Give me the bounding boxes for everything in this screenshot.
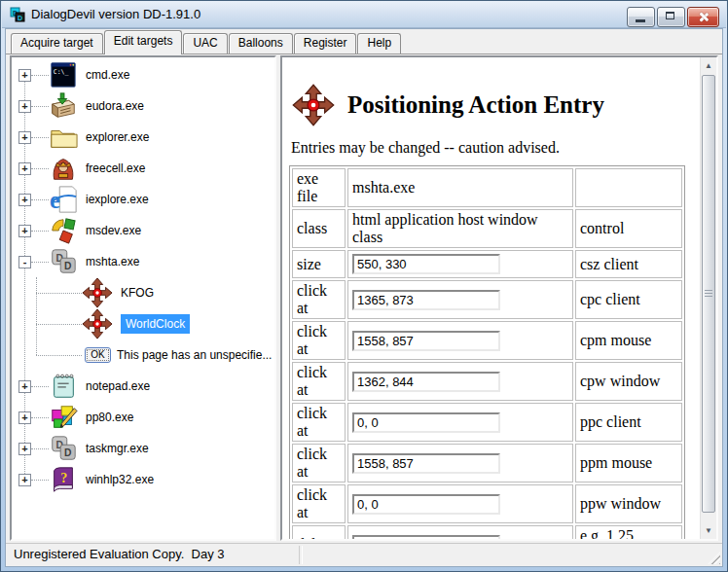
collapse-toggle-icon[interactable]: - <box>18 256 31 268</box>
tree-item-label: pp80.exe <box>86 411 133 424</box>
field-label-cell: click at <box>292 362 346 401</box>
tree-item[interactable]: +eiexplore.exe <box>14 184 274 215</box>
dd-icon: DD <box>49 434 78 463</box>
tree-item[interactable]: +pp80.exe <box>14 402 274 433</box>
table-row: exe filemshta.exe <box>292 168 682 207</box>
tree-item[interactable]: +notepad.exe <box>14 371 274 402</box>
field-input[interactable] <box>352 331 500 351</box>
target-tree-panel: +C:\_cmd.exe+eudora.exe+explorer.exe+fre… <box>10 55 276 541</box>
tree-item-label: taskmgr.exe <box>86 442 149 455</box>
field-value-text: html application host window class <box>352 211 538 245</box>
svg-text:D: D <box>64 261 71 271</box>
resize-grip-icon[interactable] <box>708 552 720 564</box>
page-title: Positioning Action Entry <box>347 91 604 119</box>
hta-content: Positioning Action Entry Entries may be … <box>282 57 700 539</box>
tree-connector <box>31 262 49 263</box>
field-input[interactable] <box>352 372 500 392</box>
expand-toggle-icon[interactable]: + <box>18 131 31 144</box>
field-value-cell <box>347 444 573 483</box>
ie-icon: e <box>49 185 78 214</box>
expand-toggle-icon[interactable]: + <box>18 474 31 486</box>
expand-toggle-icon[interactable]: + <box>18 443 31 455</box>
field-note-cell: ppw window <box>575 484 682 523</box>
field-note-cell: ppm mouse <box>575 444 682 483</box>
tree-item[interactable]: +freecell.exe <box>14 153 274 184</box>
expand-toggle-icon[interactable]: + <box>18 100 31 113</box>
expand-toggle-icon[interactable]: + <box>18 380 31 393</box>
tab-acquire-target[interactable]: Acquire target <box>11 33 103 54</box>
tree-item-label: msdev.exe <box>86 224 141 237</box>
folder-icon <box>49 123 78 152</box>
client-area: Acquire targetEdit targetsUACBalloonsReg… <box>5 28 723 567</box>
field-label-cell: click at <box>292 321 346 360</box>
table-row: click atcpc client <box>292 280 682 319</box>
scroll-down-button[interactable]: ▼ <box>701 522 716 539</box>
field-value-cell <box>347 362 573 401</box>
field-label-cell: click at <box>292 403 346 442</box>
vertical-scrollbar[interactable]: ▲ ▼ <box>700 57 716 539</box>
tree-item[interactable]: WorldClock <box>14 308 274 340</box>
tree-item[interactable]: +msdev.exe <box>14 215 274 246</box>
tree-connector <box>31 137 49 138</box>
tree-connector <box>31 199 49 200</box>
tree-item[interactable]: OKThis page has an unspecifie... <box>14 340 274 371</box>
svg-text:D: D <box>64 447 71 458</box>
tree-item-label: freecell.exe <box>86 161 145 175</box>
app-window: DD DialogDevil version DD-1.91.0 Acquire… <box>0 0 728 572</box>
tree-item[interactable]: +?winhlp32.exe <box>14 464 274 495</box>
tree-item[interactable]: +eudora.exe <box>14 90 274 122</box>
table-row: classhtml application host window classc… <box>292 209 682 248</box>
tree-connector <box>31 75 49 76</box>
minimize-icon <box>636 19 645 22</box>
tab-help[interactable]: Help <box>357 33 401 54</box>
console-icon: C:\_ <box>49 60 78 89</box>
close-button[interactable] <box>687 7 719 27</box>
expand-toggle-icon[interactable]: + <box>18 225 31 237</box>
tree: +C:\_cmd.exe+eudora.exe+explorer.exe+fre… <box>14 59 274 539</box>
tree-item-label: winhlp32.exe <box>86 473 154 486</box>
scroll-up-button[interactable]: ▲ <box>701 57 716 74</box>
scroll-down-icon: ▼ <box>705 527 712 535</box>
tab-balloons[interactable]: Balloons <box>229 33 293 54</box>
dd-icon: DD <box>49 247 78 276</box>
maximize-button[interactable] <box>657 7 685 27</box>
tree-item[interactable]: KFOG <box>14 277 274 308</box>
field-input[interactable] <box>352 535 500 540</box>
tree-item[interactable]: +C:\_cmd.exe <box>14 59 274 90</box>
table-row: click atcpw window <box>292 362 682 401</box>
tree-item[interactable]: -DDmshta.exe <box>14 246 274 277</box>
field-input[interactable] <box>352 412 500 433</box>
maximize-icon <box>666 12 674 19</box>
status-text: Unregistered Evaluation Copy. Day 3 <box>14 544 225 565</box>
expand-toggle-icon[interactable]: + <box>18 69 31 82</box>
title-bar[interactable]: DD DialogDevil version DD-1.91.0 <box>2 1 726 28</box>
tree-item[interactable]: +explorer.exe <box>14 122 274 153</box>
expand-toggle-icon[interactable]: + <box>18 194 31 206</box>
scrollbar-thumb[interactable] <box>702 75 715 513</box>
field-input[interactable] <box>352 494 500 515</box>
tree-connector <box>31 231 49 232</box>
move-cross-icon <box>82 308 113 340</box>
field-input[interactable] <box>352 453 500 474</box>
svg-text:?: ? <box>60 470 67 485</box>
minimize-button[interactable] <box>627 7 655 27</box>
tree-item-label: eudora.exe <box>86 99 144 113</box>
tree-item-label: WorldClock <box>121 314 190 334</box>
caution-text: Entries may be changed -- caution advise… <box>291 139 700 157</box>
tree-item[interactable]: +DDtaskmgr.exe <box>14 433 274 464</box>
tab-register[interactable]: Register <box>294 33 357 54</box>
tab-edit-targets[interactable]: Edit targets <box>104 30 183 54</box>
tab-uac[interactable]: UAC <box>183 33 227 54</box>
tab-strip: Acquire targetEdit targetsUACBalloonsReg… <box>6 29 722 54</box>
field-input[interactable] <box>352 254 500 274</box>
paint-icon <box>49 403 78 432</box>
scrollbar-grip-icon <box>705 290 712 298</box>
ok-button-icon: OK <box>85 347 111 363</box>
expand-toggle-icon[interactable]: + <box>18 411 31 424</box>
close-icon <box>698 12 709 22</box>
expand-toggle-icon[interactable]: + <box>18 162 31 175</box>
svg-text:D: D <box>18 14 22 20</box>
field-label-cell: class <box>292 209 346 248</box>
field-input[interactable] <box>352 290 500 310</box>
tree-connector <box>36 293 82 294</box>
